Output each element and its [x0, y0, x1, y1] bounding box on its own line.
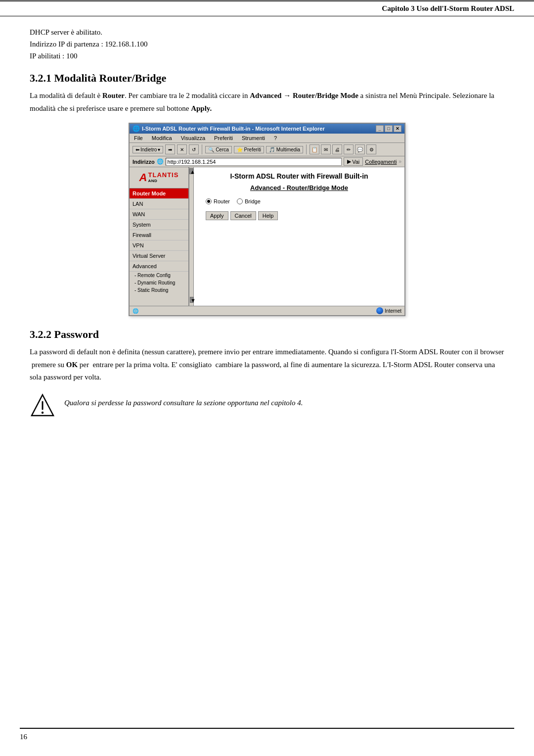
internet-status-label: Internet: [385, 308, 401, 314]
intro-line3: IP abilitati : 100: [30, 50, 504, 62]
browser-title: I-Storm ADSL Router with Firewall Built-…: [142, 126, 325, 132]
history-icon[interactable]: 📋: [310, 144, 319, 154]
status-right: Internet: [376, 307, 401, 314]
brand-sub: AND: [148, 179, 179, 184]
atlantis-brand-text: TLANTIS AND: [148, 172, 179, 183]
brand-name: TLANTIS: [148, 172, 179, 179]
warning-text: Qualora si perdesse la password consulta…: [64, 393, 303, 409]
section-322: 3.2.2 Password La password di default no…: [30, 328, 504, 419]
intro-line1: DHCP server è abilitato.: [30, 26, 504, 38]
action-buttons-row: Apply Cancel Help: [201, 211, 398, 220]
nav-remote-config[interactable]: - Remote Config: [130, 272, 188, 279]
window-controls: _ □ ✕: [376, 125, 401, 132]
nav-system[interactable]: System: [130, 220, 188, 230]
nav-lan[interactable]: LAN: [130, 199, 188, 209]
browser-toolbar: ⬅Indietro▾ ➡ ✕ ↺ 🔍 Cerca ⭐ Preferiti 🎵 M…: [130, 143, 404, 156]
help-button[interactable]: Help: [258, 211, 278, 220]
section-321: 3.2.1 Modalità Router/Bridge La modalità…: [30, 72, 504, 115]
print-icon[interactable]: 🖨: [332, 144, 342, 154]
page-number: 16: [20, 733, 27, 741]
multimedia-button[interactable]: 🎵 Multimedia: [266, 146, 303, 153]
settings-icon[interactable]: ⚙: [366, 144, 376, 154]
radio-bridge[interactable]: Bridge: [237, 198, 261, 204]
nav-dynamic-routing[interactable]: - Dynamic Routing: [130, 279, 188, 286]
browser-sidebar: A TLANTIS AND Router Mode LAN WAN System: [130, 167, 189, 306]
maximize-button[interactable]: □: [385, 125, 393, 132]
go-label: Vai: [352, 159, 359, 165]
page-section-title: Advanced - Router/Bridge Mode: [201, 184, 398, 191]
menu-strumenti[interactable]: Strumenti: [240, 135, 267, 142]
minimize-button[interactable]: _: [376, 125, 384, 132]
page-header: Capitolo 3 Uso dell'I-Storm Router ADSL: [0, 0, 534, 16]
browser-statusbar: 🌐 Internet: [130, 306, 404, 315]
discuss-icon[interactable]: 💬: [355, 144, 365, 154]
intro-line2: Indirizzo IP di partenza : 192.168.1.100: [30, 38, 504, 50]
section-322-heading: 3.2.2 Password: [30, 328, 504, 341]
page-footer: 16: [20, 728, 514, 741]
ie-icon: 🌐: [133, 125, 140, 132]
nav-wan[interactable]: WAN: [130, 209, 188, 220]
atlantis-logo: A TLANTIS AND: [139, 171, 179, 184]
browser-menubar: File Modifica Visualizza Preferiti Strum…: [130, 134, 404, 143]
menu-help[interactable]: ?: [272, 135, 278, 142]
apply-button[interactable]: Apply: [206, 211, 228, 220]
svg-point-2: [42, 411, 44, 413]
refresh-button[interactable]: ↺: [189, 144, 199, 154]
nav-vpn[interactable]: VPN: [130, 240, 188, 251]
menu-file[interactable]: File: [133, 135, 144, 142]
radio-router-input[interactable]: [206, 198, 212, 204]
scroll-up-arrow[interactable]: ▲: [189, 168, 193, 174]
radio-bridge-input[interactable]: [237, 198, 243, 204]
warning-icon: [30, 393, 55, 419]
section-321-body: La modalità di default è Router. Per cam…: [30, 90, 504, 115]
atlantis-a-letter: A: [139, 171, 147, 184]
browser-screenshot: 🌐 I-Storm ADSL Router with Firewall Buil…: [129, 123, 405, 316]
main-content: DHCP server è abilitato. Indirizzo IP di…: [0, 16, 534, 455]
router-main-title: I-Storm ADSL Router with Firewall Built-…: [201, 172, 398, 180]
page: Capitolo 3 Uso dell'I-Storm Router ADSL …: [0, 0, 534, 756]
links-label[interactable]: Collegamenti: [365, 159, 397, 165]
nav-router-mode[interactable]: Router Mode: [130, 189, 188, 199]
nav-virtual-server[interactable]: Virtual Server: [130, 251, 188, 261]
nav-firewall[interactable]: Firewall: [130, 230, 188, 240]
address-input[interactable]: [166, 158, 342, 166]
cancel-button[interactable]: Cancel: [230, 211, 256, 220]
radio-group: Router Bridge: [201, 198, 398, 204]
go-button[interactable]: ▶ Vai: [344, 157, 363, 166]
menu-visualizza[interactable]: Visualizza: [179, 135, 207, 142]
browser-main-panel: I-Storm ADSL Router with Firewall Built-…: [194, 167, 404, 306]
address-label: Indirizzo: [133, 159, 155, 165]
mail-icon[interactable]: ✉: [321, 144, 331, 154]
chapter-title: Capitolo 3 Uso dell'I-Storm Router ADSL: [382, 4, 514, 13]
nav-advanced[interactable]: Advanced: [130, 261, 188, 272]
close-button[interactable]: ✕: [394, 125, 401, 132]
radio-bridge-label: Bridge: [245, 198, 261, 204]
intro-block: DHCP server è abilitato. Indirizzo IP di…: [30, 26, 504, 62]
browser-content: A TLANTIS AND Router Mode LAN WAN System: [130, 167, 404, 306]
search-button[interactable]: 🔍 Cerca: [205, 146, 231, 153]
nav-static-routing[interactable]: - Static Routing: [130, 286, 188, 294]
warning-box: Qualora si perdesse la password consulta…: [30, 393, 504, 419]
sidebar-scrollbar[interactable]: ▲ ▼: [189, 167, 194, 306]
loading-icon: 🌐: [133, 308, 138, 314]
section-322-body: La password di default non è definita (n…: [30, 346, 504, 384]
radio-router[interactable]: Router: [206, 198, 230, 204]
stop-button[interactable]: ✕: [177, 144, 187, 154]
browser-titlebar: 🌐 I-Storm ADSL Router with Firewall Buil…: [130, 124, 404, 134]
radio-router-label: Router: [214, 198, 230, 204]
toolbar-separator: [202, 144, 202, 154]
edit-icon[interactable]: ✏: [344, 144, 354, 154]
favorites-button[interactable]: ⭐ Preferiti: [234, 146, 264, 153]
menu-preferiti[interactable]: Preferiti: [213, 135, 234, 142]
menu-modifica[interactable]: Modifica: [150, 135, 174, 142]
forward-button[interactable]: ➡: [165, 144, 175, 154]
scroll-down-arrow[interactable]: ▼: [190, 297, 194, 303]
internet-status-dot: [376, 307, 383, 314]
warning-message: Qualora si perdesse la password consulta…: [64, 399, 303, 407]
section-321-heading: 3.2.1 Modalità Router/Bridge: [30, 72, 504, 85]
address-icon: 🌐: [157, 158, 164, 165]
extra-icons: 📋 ✉ 🖨 ✏ 💬 ⚙: [310, 144, 376, 154]
back-button[interactable]: ⬅Indietro▾: [133, 146, 163, 153]
status-left: 🌐: [133, 308, 138, 314]
sidebar-area: A TLANTIS AND Router Mode LAN WAN System: [130, 167, 194, 306]
